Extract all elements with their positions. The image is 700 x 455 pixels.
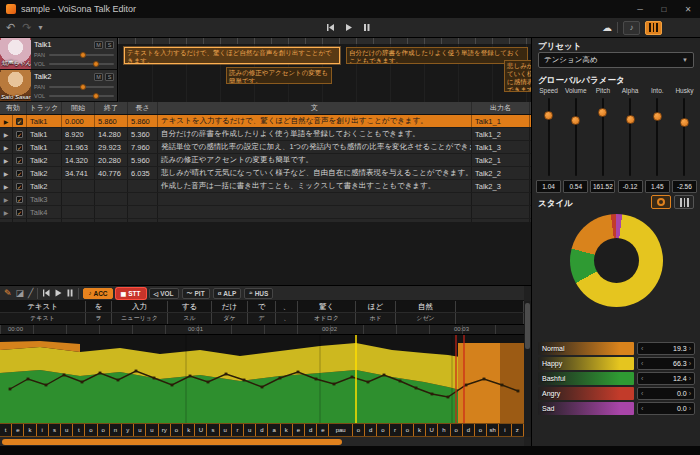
play-icon[interactable]	[54, 289, 62, 297]
editor-time-ruler[interactable]: 00:0000:0100:0200:03	[0, 325, 524, 335]
param-value[interactable]: -2.56	[672, 180, 697, 193]
phoneme-cell[interactable]: z	[512, 424, 524, 436]
row-enabled-checkbox[interactable]: ✓	[13, 206, 27, 218]
checkbox-icon[interactable]: ✓	[16, 144, 23, 151]
row-play-icon[interactable]: ▶	[0, 128, 13, 140]
pitch-node[interactable]	[367, 381, 370, 384]
close-button[interactable]: ✕	[676, 0, 700, 18]
pitch-node[interactable]	[399, 380, 402, 383]
pitch-node[interactable]	[517, 390, 520, 393]
pan-slider[interactable]	[49, 86, 114, 88]
reading-segment[interactable]: 、	[276, 313, 298, 324]
pitch-node[interactable]	[135, 370, 138, 373]
phoneme-cell[interactable]: d	[256, 424, 268, 436]
pitch-node[interactable]	[447, 396, 450, 399]
table-row[interactable]: ▶✓Talk18.92014.2805.360自分だけの辞書を作成したりよく使う…	[0, 128, 531, 141]
minimize-button[interactable]: ─	[628, 0, 652, 18]
mode-button-pit[interactable]: 〜PIT	[182, 288, 210, 299]
phoneme-cell[interactable]: o	[475, 424, 487, 436]
row-play-icon[interactable]: ▶	[0, 154, 13, 166]
phoneme-cell[interactable]: k	[281, 424, 293, 436]
param-value[interactable]: 1.04	[536, 180, 561, 193]
cloud-sync-icon[interactable]: ☁	[602, 23, 612, 33]
phoneme-cell[interactable]: e	[12, 424, 24, 436]
phoneme-cell[interactable]: s	[207, 424, 219, 436]
pitch-node[interactable]	[333, 383, 336, 386]
style-stepper[interactable]: ‹19.3›	[637, 342, 695, 355]
stepper-decrease[interactable]: ‹	[641, 375, 643, 382]
pitch-node[interactable]	[261, 386, 264, 389]
mute-button[interactable]: M	[94, 41, 103, 49]
pitch-node[interactable]	[27, 378, 30, 381]
pitch-node[interactable]	[351, 376, 354, 379]
reading-segment[interactable]: オドロク	[298, 313, 356, 324]
phoneme-cell[interactable]: t	[73, 424, 85, 436]
phoneme-cell[interactable]: o	[98, 424, 110, 436]
stepper-decrease[interactable]: ‹	[641, 405, 643, 412]
pitch-node[interactable]	[81, 381, 84, 384]
pitch-node[interactable]	[63, 374, 66, 377]
stepper-increase[interactable]: ›	[689, 360, 691, 367]
mode-button-alp[interactable]: αALP	[213, 288, 242, 299]
checkbox-icon[interactable]: ✓	[16, 170, 23, 177]
row-enabled-checkbox[interactable]: ✓	[13, 167, 27, 179]
stepper-increase[interactable]: ›	[689, 390, 691, 397]
row-play-icon[interactable]: ▶	[0, 180, 13, 192]
solo-button[interactable]: S	[105, 41, 114, 49]
style-bar-sad[interactable]: Sad	[538, 402, 634, 415]
row-play-icon[interactable]: ▶	[0, 115, 13, 127]
reading-segment[interactable]: ホド	[356, 313, 396, 324]
column-header[interactable]: 文	[158, 102, 472, 114]
phoneme-cell[interactable]: u	[220, 424, 232, 436]
pitch-canvas[interactable]	[0, 335, 524, 423]
pitch-node[interactable]	[297, 371, 300, 374]
mode-button-stt[interactable]: ▦STT	[116, 288, 146, 299]
checkbox-icon[interactable]: ✓	[16, 209, 23, 216]
pause-icon[interactable]	[362, 23, 371, 32]
pitch-node[interactable]	[207, 381, 210, 384]
param-slider[interactable]	[617, 96, 644, 178]
line-tool-icon[interactable]: ╱	[28, 289, 33, 298]
word-segment[interactable]: 、	[276, 301, 298, 312]
vertical-scrollbar[interactable]	[524, 301, 531, 437]
tuning-panel-button[interactable]	[645, 21, 662, 35]
scrollbar-thumb[interactable]	[525, 303, 530, 349]
track-card-talk1[interactable]: 知声ちゃん Talk1 M S PAN VOL	[0, 38, 118, 70]
pitch-node[interactable]	[117, 379, 120, 382]
timeline[interactable]: テキストを入力するだけで、驚くほど自然な音声を創り出すことができます。自分だけの…	[118, 38, 531, 102]
column-header[interactable]: 出力名	[472, 102, 530, 114]
table-row[interactable]: ▶✓Talk2作成した音声は一括に書き出すことも、ミックスして書き出すこともでき…	[0, 180, 531, 193]
phoneme-cell[interactable]: i	[499, 424, 511, 436]
word-segment[interactable]: 自然	[396, 301, 456, 312]
eraser-tool-icon[interactable]: ◪	[16, 289, 25, 298]
word-segment[interactable]: で	[248, 301, 276, 312]
stepper-decrease[interactable]: ‹	[641, 345, 643, 352]
pitch-node[interactable]	[225, 373, 228, 376]
mode-button-vol[interactable]: ◁VOL	[149, 288, 179, 299]
row-enabled-checkbox[interactable]: ✓	[13, 128, 27, 140]
row-play-icon[interactable]: ▶	[0, 167, 13, 179]
phoneme-cell[interactable]: r	[232, 424, 244, 436]
word-segment[interactable]: 入力	[112, 301, 168, 312]
skip-start-icon[interactable]	[42, 289, 50, 297]
row-play-icon[interactable]: ▶	[0, 141, 13, 153]
style-stepper[interactable]: ‹0.0›	[637, 387, 695, 400]
phoneme-cell[interactable]: o	[171, 424, 183, 436]
table-row[interactable]: ▶✓Talk121.96329.9237.960発話単位での感情比率の設定に加え…	[0, 141, 531, 154]
voice-avatar[interactable]: Sato Sasara	[0, 70, 31, 101]
param-value[interactable]: -0.12	[618, 180, 643, 193]
pitch-node[interactable]	[171, 384, 174, 387]
pause-icon[interactable]	[66, 289, 74, 297]
row-enabled-checkbox[interactable]: ✓	[13, 193, 27, 205]
table-row[interactable]: ▶✓Talk3	[0, 193, 531, 206]
pitch-node[interactable]	[45, 384, 48, 387]
param-slider[interactable]	[644, 96, 671, 178]
stepper-decrease[interactable]: ‹	[641, 390, 643, 397]
word-segment[interactable]: する	[168, 301, 212, 312]
slider-knob[interactable]	[571, 116, 580, 125]
checkbox-icon[interactable]: ✓	[16, 157, 23, 164]
skip-start-icon[interactable]	[326, 23, 335, 32]
pitch-node[interactable]	[501, 384, 504, 387]
reading-segment[interactable]: デ	[248, 313, 276, 324]
phoneme-cell[interactable]: U	[426, 424, 438, 436]
